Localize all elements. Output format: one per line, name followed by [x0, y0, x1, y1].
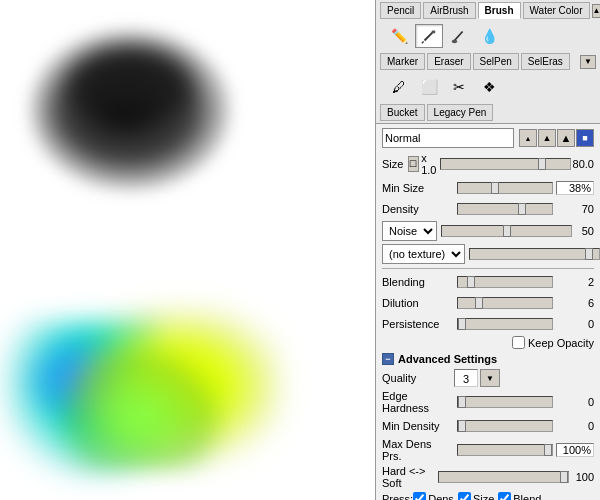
quality-row: Quality 3 ▼ — [382, 369, 594, 387]
press-label: Press: — [382, 493, 413, 501]
tab-row-1: Pencil AirBrush Brush Water Color ▲ — [376, 0, 600, 21]
press-size-label[interactable]: Size — [458, 492, 494, 500]
dilution-label: Dilution — [382, 297, 454, 309]
tab-watercolor[interactable]: Water Color — [523, 2, 590, 19]
tab-marker[interactable]: Marker — [380, 53, 425, 70]
press-dens-checkbox[interactable] — [413, 492, 426, 500]
tab-scroll-up[interactable]: ▲ — [592, 4, 601, 18]
selpen-icon[interactable]: ✂ — [445, 75, 473, 99]
edge-hardness-slider[interactable] — [457, 396, 553, 408]
divider-1 — [382, 268, 594, 269]
hard-soft-row: Hard <-> Soft 100 — [382, 465, 594, 489]
dilution-slider[interactable] — [457, 297, 553, 309]
tab-eraser[interactable]: Eraser — [427, 53, 470, 70]
hard-soft-slider[interactable] — [438, 471, 569, 483]
tab-scroll-down[interactable]: ▼ — [580, 55, 596, 69]
blending-slider-wrap — [457, 276, 553, 288]
svg-line-0 — [425, 32, 433, 40]
press-size-checkbox[interactable] — [458, 492, 471, 500]
edge-hardness-value: 0 — [556, 396, 594, 408]
min-size-row: Min Size 38% — [382, 179, 594, 197]
max-dens-prs-slider[interactable] — [457, 444, 553, 456]
persistence-slider[interactable] — [457, 318, 553, 330]
tool-icon-row-1: ✏️ 💧 — [376, 21, 600, 51]
size-label: Size — [382, 158, 406, 170]
quality-value: 3 — [454, 369, 478, 387]
max-dens-prs-label: Max Dens Prs. — [382, 438, 454, 462]
size-multiplier: x 1.0 — [421, 152, 436, 176]
blend-icon-triangle-md[interactable]: ▲ — [538, 129, 556, 147]
blending-value: 2 — [556, 276, 594, 288]
marker-icon[interactable]: 🖊 — [385, 75, 413, 99]
persistence-value: 0 — [556, 318, 594, 330]
size-slider[interactable] — [440, 158, 571, 170]
eraser-icon[interactable]: ⬜ — [415, 75, 443, 99]
tool-icon-row-2: 🖊 ⬜ ✂ ❖ — [376, 72, 600, 102]
brush-icon[interactable] — [445, 24, 473, 48]
noise-value: 50 — [576, 225, 594, 237]
blend-mode-select[interactable]: Normal Multiply Screen Overlay — [382, 128, 514, 148]
texture-select[interactable]: (no texture) — [382, 244, 465, 264]
keep-opacity-row: Keep Opacity — [382, 336, 594, 349]
keep-opacity-label[interactable]: Keep Opacity — [512, 336, 594, 349]
svg-line-2 — [422, 41, 424, 43]
texture-slider[interactable] — [469, 248, 600, 260]
tab-bucket[interactable]: Bucket — [380, 104, 425, 121]
persistence-row: Persistence 0 — [382, 315, 594, 333]
size-lock-btn[interactable]: ☐ — [408, 156, 419, 172]
tab-seleras[interactable]: SelEras — [521, 53, 570, 70]
blend-icon-triangle-sm[interactable]: ▲ — [519, 129, 537, 147]
tab-brush[interactable]: Brush — [478, 2, 521, 19]
noise-slider[interactable] — [441, 225, 572, 237]
persistence-label: Persistence — [382, 318, 454, 330]
edge-hardness-slider-wrap — [457, 396, 553, 408]
hard-soft-value: 100 — [572, 471, 594, 483]
keep-opacity-checkbox[interactable] — [512, 336, 525, 349]
advanced-toggle-btn[interactable]: − — [382, 353, 394, 365]
min-density-slider[interactable] — [457, 420, 553, 432]
press-dens-label[interactable]: Dens — [413, 492, 454, 500]
min-size-label: Min Size — [382, 182, 454, 194]
dilution-value: 6 — [556, 297, 594, 309]
press-blend-checkbox[interactable] — [498, 492, 511, 500]
max-dens-prs-value: 100% — [556, 443, 594, 457]
noise-select[interactable]: Noise — [382, 221, 437, 241]
min-size-value: 38% — [556, 181, 594, 195]
max-dens-prs-slider-wrap — [457, 444, 553, 456]
press-blend-label[interactable]: Blend — [498, 492, 541, 500]
edge-hardness-row: Edge Hardness 0 — [382, 390, 594, 414]
blend-icon-swatch[interactable]: ■ — [576, 129, 594, 147]
max-dens-prs-row: Max Dens Prs. 100% — [382, 438, 594, 462]
blend-icon-triangle-lg[interactable]: ▲ — [557, 129, 575, 147]
tab-pencil[interactable]: Pencil — [380, 2, 421, 19]
tab-legacypen[interactable]: Legacy Pen — [427, 104, 494, 121]
airbrush-icon[interactable] — [415, 24, 443, 48]
min-size-slider-wrap — [457, 182, 553, 194]
watercolor-icon[interactable]: 💧 — [475, 24, 503, 48]
hard-soft-label: Hard <-> Soft — [382, 465, 435, 489]
brush-stroke-color — [0, 280, 360, 480]
density-label: Density — [382, 203, 454, 215]
density-slider-wrap — [457, 203, 553, 215]
blending-row: Blending 2 — [382, 273, 594, 291]
blending-slider[interactable] — [457, 276, 553, 288]
svg-point-4 — [452, 40, 457, 44]
density-slider[interactable] — [457, 203, 553, 215]
size-row: Size ☐ x 1.0 80.0 — [382, 152, 594, 176]
quality-dropdown-btn[interactable]: ▼ — [480, 369, 500, 387]
min-size-slider[interactable] — [457, 182, 553, 194]
tab-row-2: Marker Eraser SelPen SelEras ▼ — [376, 51, 600, 72]
blend-icon-group: ▲ ▲ ▲ ■ — [518, 129, 594, 147]
tab-selpen[interactable]: SelPen — [473, 53, 519, 70]
svg-rect-1 — [432, 31, 436, 34]
texture-row: (no texture) 95 — [382, 244, 594, 264]
seleras-icon[interactable]: ❖ — [475, 75, 503, 99]
quality-label: Quality — [382, 372, 454, 384]
brush-stroke-black — [30, 30, 230, 190]
min-density-slider-wrap — [457, 420, 553, 432]
tab-airbrush[interactable]: AirBrush — [423, 2, 475, 19]
svg-line-3 — [455, 32, 463, 41]
canvas-area[interactable] — [0, 0, 375, 500]
pencil-icon[interactable]: ✏️ — [385, 24, 413, 48]
advanced-label: Advanced Settings — [398, 353, 497, 365]
